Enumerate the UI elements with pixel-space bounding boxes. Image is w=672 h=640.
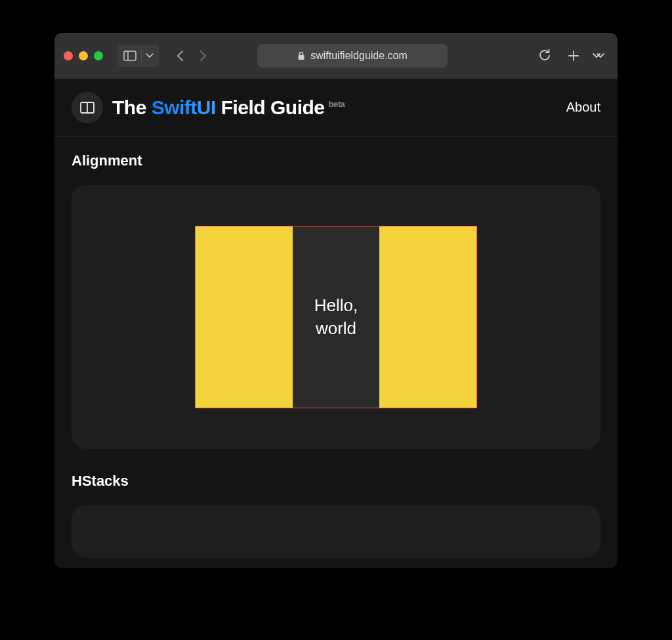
demo-center-text: Hello, world [293,226,379,408]
page-content: The SwiftUI Field Guide beta About Align… [54,79,618,568]
close-window-button[interactable] [64,51,73,60]
page-body: Alignment Hello, world HStacks [54,137,618,568]
sidebar-toggle-group [117,45,159,67]
browser-window: swiftuifieldguide.com [54,33,618,568]
demo-left-bar [196,226,293,408]
beta-badge: beta [329,99,345,109]
demo-right-bar [379,226,476,408]
site-title: The SwiftUI Field Guide beta [112,96,345,119]
lock-icon [297,51,305,60]
book-icon [80,102,94,114]
new-tab-button[interactable] [564,46,583,66]
toolbar-right [535,46,608,66]
title-post: Field Guide [216,96,325,118]
reload-button[interactable] [535,46,555,66]
traffic-lights [64,51,103,60]
svg-rect-2 [299,55,304,60]
title-pre: The [112,96,152,118]
section-title-alignment: Alignment [72,152,600,169]
sidebar-toggle-button[interactable] [120,46,140,66]
back-button[interactable] [171,46,190,66]
demo-text: Hello, world [314,294,358,340]
demo-frame[interactable]: Hello, world [195,226,477,408]
site-header: The SwiftUI Field Guide beta About [54,79,618,137]
svg-rect-0 [124,51,136,60]
title-accent: SwiftUI [152,96,216,118]
tab-group-dropdown[interactable] [143,46,156,66]
hstacks-demo-card [72,505,600,558]
alignment-demo-card: Hello, world [72,185,600,449]
url-text: swiftuifieldguide.com [310,50,408,62]
fullscreen-window-button[interactable] [94,51,103,60]
address-bar[interactable]: swiftuifieldguide.com [257,44,448,68]
minimize-window-button[interactable] [79,51,88,60]
navigation-arrows [171,46,213,66]
site-nav: About [566,100,600,115]
forward-button[interactable] [193,46,213,66]
overflow-menu-button[interactable] [589,46,608,66]
about-link[interactable]: About [566,100,600,114]
browser-toolbar: swiftuifieldguide.com [54,33,618,79]
toolbar-divider [141,50,142,62]
logo-badge[interactable] [72,92,103,123]
section-title-hstacks: HStacks [72,473,600,490]
